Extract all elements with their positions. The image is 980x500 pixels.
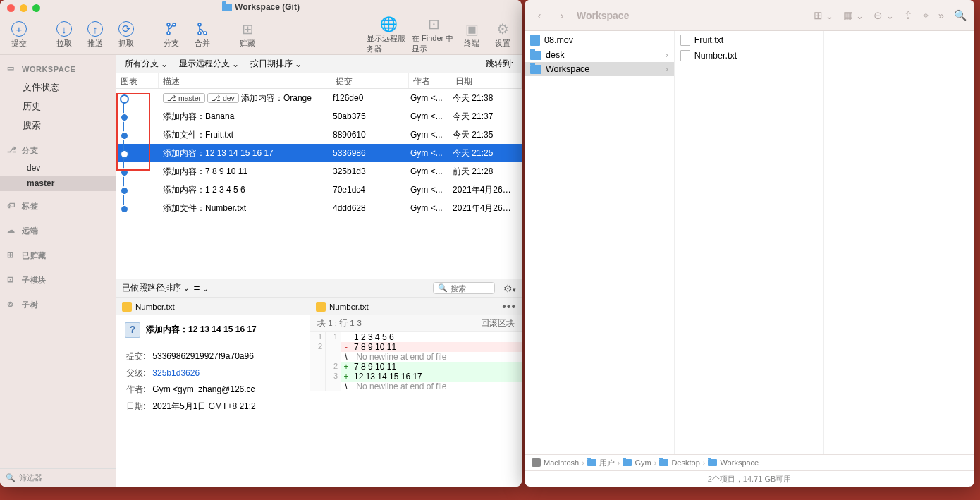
- search-icon[interactable]: 🔍: [954, 9, 967, 22]
- finder-column-2: Fruit.txtNumber.txt: [675, 31, 825, 454]
- folder-icon: [587, 459, 596, 466]
- finder-item[interactable]: 08.mov: [525, 32, 674, 48]
- diff-line: \ No newline at end of file: [310, 382, 522, 391]
- folder-icon: [659, 459, 668, 466]
- finder-item[interactable]: Workspace›: [525, 62, 674, 76]
- revert-hunk-button[interactable]: 回滚区块: [481, 318, 515, 329]
- more-icon[interactable]: »: [938, 9, 944, 21]
- svg-point-4: [198, 32, 201, 35]
- settings-button[interactable]: ⚙设置: [488, 17, 517, 54]
- commit-row[interactable]: ⎇ master⎇ dev添加内容：Orangef126de0Gym <...今…: [116, 89, 522, 107]
- show-in-finder-button[interactable]: ⊡在 Finder 中显示: [412, 17, 455, 54]
- commit-row[interactable]: 添加内容：1 2 3 4 5 670e1dc4Gym <...2021年4月26…: [116, 181, 522, 199]
- stash-button[interactable]: ⊞贮藏: [233, 17, 262, 54]
- branch-filter[interactable]: 所有分支 ⌄: [121, 57, 172, 71]
- col-commit[interactable]: 提交: [331, 73, 409, 88]
- submodules-header[interactable]: ⊡子模块: [0, 271, 116, 290]
- jump-to[interactable]: 跳转到:: [482, 57, 517, 71]
- svg-point-0: [167, 23, 170, 26]
- pull-button[interactable]: ↓拉取: [49, 17, 79, 54]
- forward-button[interactable]: ›: [554, 8, 570, 23]
- sidebar-history[interactable]: 历史: [0, 97, 116, 116]
- commit-button[interactable]: +提交: [4, 17, 34, 54]
- view-mode-icon[interactable]: ≣ ⌄: [193, 283, 208, 293]
- branch-dev[interactable]: dev: [0, 160, 116, 176]
- sidebar-search[interactable]: 搜索: [0, 116, 116, 135]
- file-pane: Number.txt ? 添加内容：12 13 14 15 16 17 提交:5…: [116, 298, 310, 487]
- filter-placeholder: 筛选器: [19, 472, 42, 483]
- diff-line: 2+7 8 9 10 11: [310, 362, 522, 372]
- movie-icon: [530, 35, 540, 46]
- lbl-commit: 提交:: [126, 349, 151, 365]
- file-status-icon: [316, 302, 326, 312]
- branches-header[interactable]: ⎇分支: [0, 141, 116, 160]
- path-sort[interactable]: 已依照路径排序 ⌄: [122, 283, 189, 293]
- workspace-header: ▭WORKSPACE: [0, 59, 116, 78]
- view-icon[interactable]: ⊞ ⌄: [814, 9, 833, 22]
- file-icon: [680, 50, 690, 61]
- diff-file-tab[interactable]: Number.txt: [316, 302, 369, 312]
- finder-item[interactable]: desk›: [525, 48, 674, 62]
- lbl-parent: 父级:: [126, 366, 151, 382]
- merge-button[interactable]: 合并: [188, 17, 217, 54]
- commit-info: ? 添加内容：12 13 14 15 16 17 提交:533698629199…: [116, 315, 310, 422]
- col-author[interactable]: 作者: [409, 73, 451, 88]
- tag-icon[interactable]: ⌖: [923, 9, 929, 22]
- finder-item[interactable]: Number.txt: [675, 48, 824, 63]
- share-icon[interactable]: ⇪: [904, 9, 913, 22]
- file-tab[interactable]: Number.txt: [116, 298, 310, 315]
- show-remote-button[interactable]: 🌐显示远程服务器: [367, 17, 410, 54]
- main-area: 所有分支 ⌄ 显示远程分支 ⌄ 按日期排序 ⌄ 跳转到: 图表 描述 提交 作者…: [116, 55, 522, 487]
- commit-row[interactable]: 添加内容：12 13 14 15 16 175336986Gym <...今天 …: [116, 144, 522, 162]
- sidebar-file-status[interactable]: 文件状态: [0, 78, 116, 97]
- detail-search[interactable]: 🔍: [433, 282, 495, 294]
- remote-toggle[interactable]: 显示远程分支 ⌄: [175, 57, 243, 71]
- finder-status-bar: 2个项目，14.71 GB可用: [525, 470, 974, 487]
- finder-item[interactable]: Fruit.txt: [675, 32, 824, 48]
- more-icon[interactable]: •••: [502, 300, 516, 313]
- col-desc[interactable]: 描述: [159, 73, 331, 88]
- branch-button[interactable]: 分支: [157, 17, 186, 54]
- subtrees-header[interactable]: ⊚子树: [0, 295, 116, 315]
- diff-body: 11 1 2 3 4 5 62-7 8 9 10 11\ No newline …: [310, 332, 522, 391]
- val-author: Gym <gym_zhang@126.cc: [152, 382, 255, 398]
- file-icon: [680, 35, 690, 46]
- commit-row[interactable]: 添加文件：Fruit.txt8890610Gym <...今天 21:35: [116, 126, 522, 144]
- col-date[interactable]: 日期: [451, 73, 522, 88]
- fetch-button[interactable]: ⟳抓取: [111, 17, 141, 54]
- back-button[interactable]: ‹: [532, 8, 547, 23]
- diff-line: \ No newline at end of file: [310, 352, 522, 362]
- stashes-header[interactable]: ⊞已贮藏: [0, 246, 116, 265]
- commit-title: 添加内容：12 13 14 15 16 17: [146, 322, 257, 338]
- action-icon[interactable]: ⊝ ⌄: [874, 9, 893, 22]
- terminal-button[interactable]: ▣终端: [457, 17, 486, 54]
- file-tab-name: Number.txt: [135, 303, 175, 311]
- sourcetree-window: Workspace (Git) +提交 ↓拉取 ↑推送 ⟳抓取 分支 合并 ⊞贮…: [0, 0, 522, 487]
- chevron-right-icon: ›: [666, 50, 668, 60]
- search-icon: 🔍: [438, 283, 448, 293]
- val-date: 2021年5月1日 GMT+8 21:2: [152, 399, 255, 415]
- diff-pane: Number.txt ••• 块 1 : 行 1-3 回滚区块 11 1 2 3…: [310, 298, 522, 487]
- val-parent[interactable]: 325b1d3626: [152, 368, 200, 378]
- diff-line: 11 1 2 3 4 5 6: [310, 332, 522, 342]
- commit-row[interactable]: 添加内容：Banana50ab375Gym <...今天 21:37: [116, 107, 522, 126]
- folder-icon: [222, 4, 232, 11]
- group-icon[interactable]: ▦ ⌄: [843, 9, 864, 22]
- col-graph[interactable]: 图表: [116, 73, 159, 88]
- finder-toolbar: ‹ › Workspace ⊞ ⌄ ▦ ⌄ ⊝ ⌄ ⇪ ⌖ » 🔍: [525, 0, 974, 31]
- gear-icon[interactable]: ⚙▾: [503, 283, 516, 294]
- sidebar-filter[interactable]: 🔍 筛选器: [0, 468, 116, 487]
- order-select[interactable]: 按日期排序 ⌄: [246, 57, 306, 71]
- chevron-right-icon: ›: [666, 64, 668, 74]
- window-title: Workspace (Git): [0, 2, 522, 12]
- tags-header[interactable]: 🏷标签: [0, 197, 116, 216]
- remotes-header[interactable]: ☁远端: [0, 221, 116, 240]
- commit-row[interactable]: 添加文件：Number.txt4ddd628Gym <...2021年4月26日…: [116, 199, 522, 217]
- finder-path-bar[interactable]: Macintosh› 用户› Gym› Desktop› Workspace: [525, 454, 974, 470]
- svg-point-3: [198, 23, 201, 26]
- search-input[interactable]: [451, 284, 489, 293]
- hunk-label: 块 1 : 行 1-3: [317, 318, 362, 329]
- branch-master[interactable]: master: [0, 176, 116, 191]
- push-button[interactable]: ↑推送: [80, 17, 110, 54]
- commit-row[interactable]: 添加内容：7 8 9 10 11325b1d3Gym <...前天 21:28: [116, 162, 522, 181]
